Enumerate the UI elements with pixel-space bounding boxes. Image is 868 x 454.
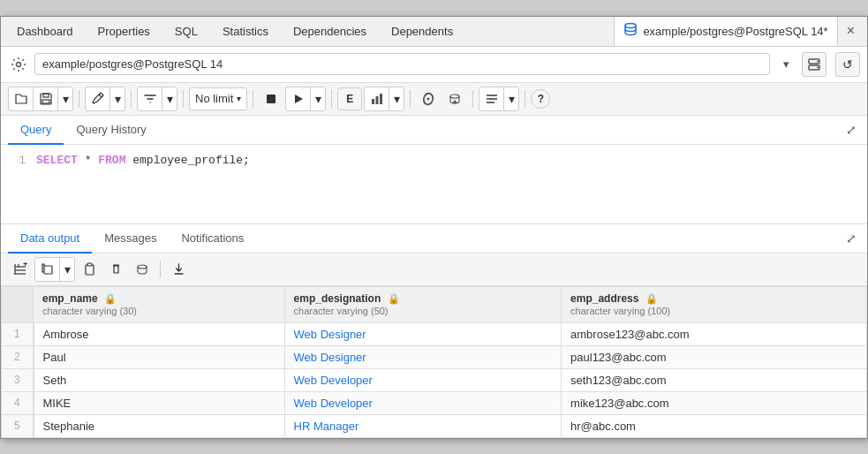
no-limit-caret: ▾ (237, 94, 241, 103)
svg-rect-28 (86, 265, 94, 275)
tab-sql[interactable]: SQL (162, 17, 210, 46)
svg-marker-10 (295, 95, 303, 103)
open-file-btn[interactable] (9, 87, 34, 110)
cell-emp_address[interactable]: hr@abc.com (562, 414, 867, 437)
edit-btn[interactable] (86, 87, 110, 110)
cell-emp_name[interactable]: Paul (34, 345, 285, 368)
svg-rect-27 (44, 266, 52, 274)
db-save-btn[interactable] (442, 87, 467, 110)
svg-text:+: + (23, 262, 27, 269)
table-row: 3SethWeb Developerseth123@abc.com (2, 368, 867, 391)
row-number: 1 (2, 322, 34, 345)
tab-query-history[interactable]: Query History (64, 116, 158, 145)
cell-emp_address[interactable]: ambrose123@abc.com (562, 322, 867, 345)
line-numbers: 1 (8, 154, 26, 215)
address-bar: ▾ ↺ (1, 47, 867, 83)
svg-point-1 (17, 62, 21, 66)
format-dropdown-btn[interactable]: ▾ (504, 87, 518, 110)
tab-data-output[interactable]: Data output (8, 224, 92, 253)
tab-notifications[interactable]: Notifications (169, 224, 256, 253)
close-button[interactable]: × (838, 17, 864, 46)
cell-emp_name[interactable]: Seth (34, 368, 285, 391)
help-btn[interactable]: ? (531, 89, 550, 109)
cell-emp_designation[interactable]: Web Designer (284, 345, 562, 368)
lock-icon-emp-designation: 🔒 (388, 293, 400, 304)
col-header-emp-name[interactable]: emp_name 🔒 character varying (30) (34, 286, 285, 322)
table-row: 4MIKEWeb Developermike123@abc.com (2, 391, 867, 414)
cell-emp_designation[interactable]: Web Developer (284, 391, 562, 414)
svg-point-0 (625, 24, 636, 28)
svg-rect-13 (380, 94, 382, 104)
connection-tab[interactable]: example/postgres@PostgreSQL 14* (614, 17, 837, 46)
svg-rect-7 (43, 94, 49, 97)
expand-editor-icon[interactable]: ⤢ (842, 119, 860, 140)
cell-emp_name[interactable]: Stephanie (34, 414, 285, 437)
download-btn[interactable] (166, 258, 191, 281)
cell-emp_designation[interactable]: HR Manager (284, 414, 562, 437)
run-btn[interactable] (286, 87, 311, 110)
format-btn[interactable] (479, 87, 504, 110)
expand-output-icon[interactable]: ⤢ (842, 228, 860, 249)
paste-btn[interactable] (77, 258, 102, 281)
svg-rect-9 (267, 95, 275, 103)
run-dropdown-btn[interactable]: ▾ (311, 87, 325, 110)
output-toolbar: + ▾ (1, 253, 867, 286)
col-name-emp-address: emp_address (570, 292, 638, 305)
top-tab-bar: Dashboard Properties SQL Statistics Depe… (1, 17, 867, 47)
server-btn[interactable] (802, 52, 826, 77)
connection-input[interactable] (34, 53, 770, 75)
tab-dependents[interactable]: Dependents (379, 17, 465, 46)
data-table-container: emp_name 🔒 character varying (30) emp_de… (1, 286, 867, 438)
col-header-emp-address[interactable]: emp_address 🔒 character varying (100) (562, 286, 867, 322)
table-row: 1AmbroseWeb Designerambrose123@abc.com (2, 322, 867, 345)
cell-emp_designation[interactable]: Web Designer (284, 322, 562, 345)
query-tabs-bar: Query Query History ⤢ (1, 116, 867, 145)
chart-dropdown-btn[interactable]: ▾ (389, 87, 404, 110)
copy-btn[interactable] (35, 258, 60, 281)
sql-editor[interactable]: 1 SELECT * FROM employee_profile; (1, 145, 867, 224)
row-number: 3 (2, 368, 34, 391)
svg-rect-29 (87, 263, 92, 266)
svg-point-17 (450, 95, 459, 98)
stop-btn[interactable] (259, 87, 283, 110)
cell-emp_name[interactable]: Ambrose (34, 322, 285, 345)
tab-dependencies[interactable]: Dependencies (281, 17, 379, 46)
cell-emp_address[interactable]: paul123@abc.com (562, 345, 867, 368)
table-row: 2PaulWeb Designerpaul123@abc.com (2, 345, 867, 368)
row-num-header (2, 286, 34, 322)
explain-btn[interactable]: E (337, 87, 362, 110)
col-type-emp-designation: character varying (50) (294, 306, 389, 316)
settings-icon[interactable] (8, 54, 29, 75)
cell-emp_address[interactable]: seth123@abc.com (562, 368, 867, 391)
edit-dropdown-btn[interactable]: ▾ (110, 87, 125, 110)
cell-emp_designation[interactable]: Web Developer (284, 368, 562, 391)
tab-statistics[interactable]: Statistics (210, 17, 281, 46)
tab-dashboard[interactable]: Dashboard (4, 17, 86, 46)
col-header-emp-designation[interactable]: emp_designation 🔒 character varying (50) (284, 286, 562, 322)
cell-emp_address[interactable]: mike123@abc.com (562, 391, 867, 414)
connection-label: example/postgres@PostgreSQL 14* (643, 25, 827, 38)
filter-dropdown-btn[interactable]: ▾ (162, 87, 177, 110)
copy-dropdown-btn[interactable]: ▾ (60, 258, 74, 281)
cell-emp_name[interactable]: MIKE (34, 391, 285, 414)
delete-row-btn[interactable] (103, 258, 128, 281)
svg-point-5 (817, 66, 819, 68)
no-limit-select[interactable]: No limit ▾ (189, 87, 247, 110)
table-row: 5StephanieHR Managerhr@abc.com (2, 414, 867, 437)
tab-query[interactable]: Query (8, 116, 64, 145)
filter-rows-btn[interactable] (130, 258, 155, 281)
main-window: Dashboard Properties SQL Statistics Depe… (0, 16, 868, 439)
scratch-btn[interactable] (416, 87, 441, 110)
tab-properties[interactable]: Properties (86, 17, 162, 46)
save-btn[interactable] (34, 87, 58, 110)
filter-btn[interactable] (138, 87, 162, 110)
connection-dropdown-btn[interactable]: ▾ (775, 54, 796, 75)
tab-messages[interactable]: Messages (92, 224, 169, 253)
svg-point-4 (817, 60, 819, 62)
col-name-emp-designation: emp_designation (294, 292, 381, 305)
refresh-button[interactable]: ↺ (835, 52, 860, 77)
add-row-btn[interactable]: + (8, 258, 33, 281)
row-number: 5 (2, 414, 34, 437)
chart-btn[interactable] (365, 87, 389, 110)
save-dropdown-btn[interactable]: ▾ (58, 87, 72, 110)
